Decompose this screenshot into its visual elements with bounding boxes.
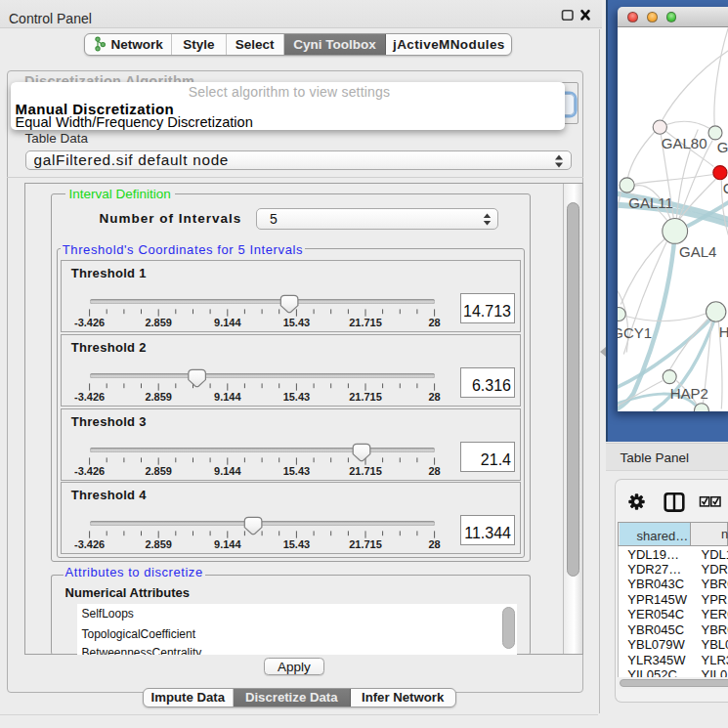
svg-text:-3.426: -3.426 (74, 465, 105, 477)
svg-text:15.43: 15.43 (283, 538, 311, 550)
svg-text:GAL4: GAL4 (679, 242, 716, 259)
svg-text:9.144: 9.144 (214, 391, 241, 403)
svg-text:21.715: 21.715 (350, 538, 383, 550)
svg-text:28: 28 (429, 317, 441, 328)
svg-text:21.715: 21.715 (350, 317, 383, 328)
svg-text:15.43: 15.43 (283, 391, 311, 403)
svg-text:9.144: 9.144 (214, 317, 241, 328)
svg-text:15.43: 15.43 (283, 465, 311, 477)
svg-text:GA: GA (716, 139, 728, 155)
svg-text:28: 28 (429, 538, 441, 550)
svg-text:H: H (718, 323, 728, 340)
svg-text:2.859: 2.859 (146, 538, 173, 550)
svg-text:9.144: 9.144 (214, 538, 241, 550)
svg-text:15.43: 15.43 (283, 317, 311, 328)
svg-text:28: 28 (429, 465, 441, 477)
svg-text:CD: CD (722, 179, 728, 195)
svg-text:28: 28 (429, 391, 441, 403)
svg-text:GAL11: GAL11 (628, 194, 673, 211)
svg-text:9.144: 9.144 (214, 465, 241, 477)
svg-text:-3.426: -3.426 (74, 391, 105, 403)
svg-text:GCY1: GCY1 (618, 323, 652, 340)
svg-text:2.859: 2.859 (146, 465, 173, 477)
svg-text:GAL80: GAL80 (661, 135, 707, 151)
svg-text:-3.426: -3.426 (74, 317, 105, 328)
svg-text:21.715: 21.715 (350, 465, 383, 477)
svg-text:21.715: 21.715 (350, 391, 383, 403)
svg-text:HAP2: HAP2 (669, 385, 707, 402)
svg-text:-3.426: -3.426 (74, 538, 105, 550)
svg-text:2.859: 2.859 (146, 317, 173, 328)
svg-text:2.859: 2.859 (146, 391, 173, 403)
